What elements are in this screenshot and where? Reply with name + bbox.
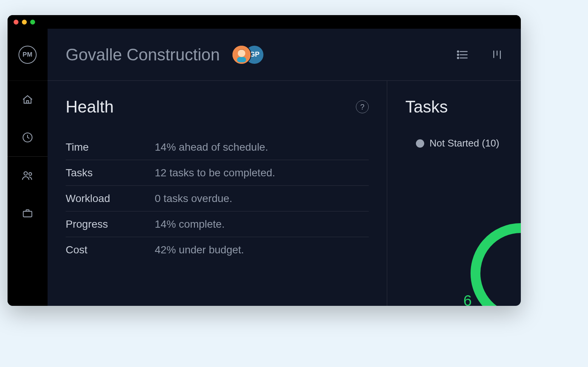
health-panel: Health ? Time 14% ahead of schedule. Tas… (48, 81, 387, 306)
tasks-legend-item[interactable]: Not Started (10) (416, 137, 521, 149)
tasks-donut-count: 6 (463, 292, 472, 306)
panels: Health ? Time 14% ahead of schedule. Tas… (48, 81, 521, 306)
metric-row-tasks: Tasks 12 tasks to be completed. (66, 160, 369, 186)
people-icon (21, 169, 34, 182)
tasks-title: Tasks (405, 97, 521, 116)
metric-row-time: Time 14% ahead of schedule. (66, 134, 369, 160)
svg-point-2 (29, 173, 31, 175)
health-panel-header: Health ? (66, 97, 369, 116)
tasks-panel: Tasks Not Started (10) (387, 81, 521, 306)
legend-label: Not Started (10) (429, 137, 499, 149)
app-body: PM (8, 29, 521, 306)
metric-label: Workload (66, 193, 155, 205)
sidebar-item-home[interactable] (8, 81, 48, 119)
avatar-user-1[interactable] (232, 46, 251, 64)
project-title: Govalle Construction (66, 45, 220, 64)
app-logo[interactable]: PM (8, 29, 48, 81)
briefcase-icon (22, 207, 34, 219)
metric-value: 14% ahead of schedule. (155, 141, 268, 153)
help-icon: ? (360, 103, 364, 111)
board-icon (491, 49, 503, 60)
metric-row-cost: Cost 42% under budget. (66, 237, 369, 263)
metric-value: 0 tasks overdue. (155, 193, 232, 205)
assignee-avatars[interactable]: GP (232, 46, 263, 64)
home-icon (22, 94, 34, 106)
metric-label: Progress (66, 218, 155, 230)
metric-label: Cost (66, 244, 155, 256)
sidebar: PM (8, 29, 48, 306)
app-window: PM (8, 15, 521, 306)
health-title: Health (66, 97, 114, 116)
svg-point-9 (457, 54, 459, 55)
metric-value: 42% under budget. (155, 244, 244, 256)
svg-point-7 (457, 51, 459, 52)
sidebar-item-projects[interactable] (8, 194, 48, 232)
svg-rect-6 (237, 57, 246, 62)
svg-rect-3 (23, 211, 32, 217)
board-view-button[interactable] (491, 49, 503, 60)
sidebar-item-team[interactable] (8, 157, 48, 194)
window-zoom-button[interactable] (30, 20, 35, 25)
clock-icon (22, 131, 34, 143)
svg-point-1 (24, 172, 28, 175)
avatar-initials: GP (249, 51, 259, 59)
svg-point-11 (457, 57, 459, 58)
metric-row-progress: Progress 14% complete. (66, 211, 369, 237)
topbar: Govalle Construction GP (48, 29, 521, 81)
legend-dot-icon (416, 139, 424, 148)
svg-point-5 (238, 49, 245, 57)
metric-value: 12 tasks to be completed. (155, 167, 275, 179)
window-close-button[interactable] (14, 20, 18, 25)
sidebar-item-time[interactable] (8, 119, 48, 156)
avatar-illustration-icon (232, 46, 251, 64)
window-minimize-button[interactable] (22, 20, 27, 25)
list-icon (456, 48, 469, 61)
list-view-button[interactable] (456, 48, 469, 61)
top-actions (456, 48, 503, 61)
content-area: Govalle Construction GP (48, 29, 521, 306)
metric-value: 14% complete. (155, 218, 225, 230)
window-titlebar (8, 15, 521, 29)
logo-text: PM (23, 51, 33, 59)
metric-label: Time (66, 141, 155, 153)
metric-label: Tasks (66, 167, 155, 179)
logo-badge: PM (18, 46, 37, 64)
metric-row-workload: Workload 0 tasks overdue. (66, 186, 369, 211)
health-help-button[interactable]: ? (356, 100, 369, 113)
